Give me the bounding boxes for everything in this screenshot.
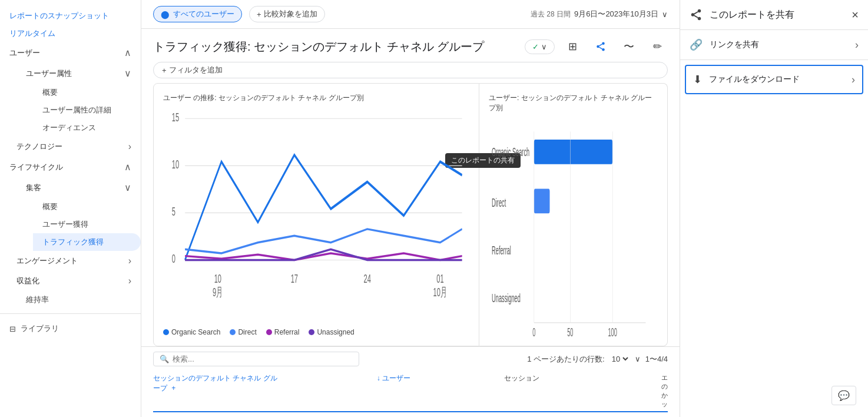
- svg-point-32: [698, 17, 701, 20]
- sidebar-acquisition-group: 集客 ∨ 概要 ユーザー獲得 トラフィック獲得: [0, 177, 141, 251]
- table-col-engagement: エ の か ッ: [539, 373, 668, 409]
- sidebar-monetization-header[interactable]: 収益化 ›: [0, 271, 141, 291]
- legend-dot-organic: [163, 329, 169, 335]
- date-range-text: 9月6日〜2023年10月3日: [574, 9, 658, 19]
- sidebar-item-acquisition-overview[interactable]: 概要: [33, 198, 141, 216]
- trend-icon-button[interactable]: 〜: [618, 36, 640, 57]
- svg-text:17: 17: [291, 272, 298, 286]
- date-range-picker[interactable]: 過去 28 日間 9月6日〜2023年10月3日 ∨: [531, 9, 668, 19]
- plus-filter-icon: +: [162, 66, 167, 75]
- share-panel-icon: [690, 8, 703, 21]
- svg-text:Referral: Referral: [492, 243, 511, 256]
- sidebar-technology-header[interactable]: テクノロジー ›: [0, 137, 141, 157]
- sidebar-acquisition-header[interactable]: 集客 ∨: [16, 177, 141, 198]
- check-icon-button[interactable]: ✓ ∨: [525, 39, 555, 54]
- sidebar-item-user-attr-detail[interactable]: ユーザー属性の詳細: [33, 101, 141, 119]
- search-icon: 🔍: [160, 355, 169, 363]
- svg-point-31: [691, 13, 695, 16]
- left-chart: ユーザー の推移: セッションのデフォルト チャネル グループ別 15 10 5…: [153, 83, 479, 346]
- legend-label-direct: Direct: [238, 328, 256, 336]
- all-users-label: すべてのユーザー: [173, 9, 234, 19]
- sidebar-item-retention[interactable]: 維持率: [16, 291, 141, 309]
- table-icon-button[interactable]: ⊞: [562, 36, 583, 57]
- sidebar-monetization-label: 収益化: [16, 276, 39, 286]
- svg-point-2: [602, 48, 605, 51]
- download-icon: ⬇: [693, 73, 702, 86]
- panel-title: このレポートを共有: [710, 9, 844, 21]
- sidebar-lifecycle-header[interactable]: ライフサイクル ∧: [0, 157, 141, 177]
- bottom-section: 🔍 1 ページあたりの行数: 10 25 50 ∨ 1〜4/4 セッションのデフ…: [141, 346, 680, 417]
- all-users-chip[interactable]: ⬤ すべてのユーザー: [153, 6, 242, 22]
- legend-dot-direct: [230, 329, 236, 335]
- chevron-right-link: ›: [855, 39, 859, 51]
- link-share-item[interactable]: 🔗 リンクを共有 ›: [680, 30, 868, 60]
- legend-label-referral: Referral: [274, 328, 300, 336]
- sidebar-retention: 維持率: [0, 291, 141, 309]
- svg-text:24: 24: [363, 272, 370, 286]
- bar-direct: [534, 189, 550, 214]
- filter-bar: + フィルタを追加 このレポートの共有: [141, 62, 680, 83]
- sidebar: レポートのスナップショット リアルタイム ユーザー ∧ ユーザー属性 ∨ 概要 …: [0, 0, 141, 417]
- sidebar-item-user-acquisition[interactable]: ユーザー獲得: [33, 216, 141, 233]
- left-chart-legend: Organic Search Direct Referral Unassigne…: [163, 328, 469, 336]
- edit-icon-button[interactable]: ✏: [647, 36, 668, 57]
- main-content: ⬤ すべてのユーザー + 比較対象を追加 過去 28 日間 9月6日〜2023年…: [141, 0, 680, 417]
- svg-line-33: [694, 15, 698, 18]
- sidebar-engagement-header[interactable]: エンゲージメント ›: [0, 251, 141, 271]
- chevron-right-download: ›: [852, 74, 855, 86]
- page-header: トラフィック獲得: セッションのデフォルト チャネル グループ ✓ ∨ ⊞ 〜 …: [141, 29, 680, 62]
- svg-text:0: 0: [172, 251, 175, 266]
- svg-line-3: [599, 47, 602, 49]
- sidebar-realtime[interactable]: リアルタイム: [0, 25, 141, 42]
- rows-per-page-label: 1 ページあたりの行数:: [527, 354, 604, 365]
- sidebar-divider: [0, 313, 141, 314]
- sidebar-acquisition-items: 概要 ユーザー獲得 トラフィック獲得: [16, 198, 141, 251]
- chevron-down-rows: ∨: [635, 355, 641, 363]
- feedback-button[interactable]: 💬: [831, 386, 856, 405]
- rows-per-page-select[interactable]: 10 25 50: [609, 354, 630, 364]
- share-icon-button[interactable]: [590, 36, 611, 57]
- feedback-area: 💬: [680, 398, 868, 417]
- add-filter-button[interactable]: + フィルタを追加: [153, 62, 668, 78]
- add-comparison-button[interactable]: + 比較対象を追加: [249, 6, 325, 22]
- table-col-users[interactable]: ↓ ユーザー: [282, 373, 411, 409]
- left-chart-area: 15 10 5 0: [163, 108, 469, 323]
- sidebar-section-user[interactable]: ユーザー ∧: [0, 42, 141, 63]
- right-chart-area: Organic Search Direct Referral Unassigne…: [489, 118, 658, 336]
- legend-unassigned: Unassigned: [309, 328, 354, 336]
- svg-text:9月: 9月: [213, 286, 223, 300]
- legend-dot-unassigned: [309, 329, 314, 335]
- legend-referral: Referral: [266, 328, 300, 336]
- sidebar-item-traffic-acquisition[interactable]: トラフィック獲得: [33, 233, 141, 251]
- download-item[interactable]: ⬇ ファイルをダウンロード ›: [685, 65, 863, 94]
- svg-text:5: 5: [172, 204, 175, 219]
- add-filter-label: フィルタを追加: [169, 65, 223, 75]
- table-col-channel[interactable]: セッションのデフォルト チャネル グループ +: [153, 373, 282, 409]
- sidebar-lifecycle-label: ライフサイクル: [9, 162, 63, 173]
- left-chart-title: ユーザー の推移: セッションのデフォルト チャネル グループ別: [163, 93, 469, 103]
- share-icon: [595, 41, 606, 52]
- svg-text:0: 0: [532, 325, 535, 336]
- search-box[interactable]: 🔍: [153, 352, 359, 366]
- sidebar-user-label: ユーザー: [9, 48, 40, 58]
- sidebar-user-attr-header[interactable]: ユーザー属性 ∨: [16, 63, 141, 84]
- sidebar-library-label: ライブラリ: [21, 323, 59, 334]
- download-label: ファイルをダウンロード: [709, 74, 844, 85]
- svg-text:10月: 10月: [433, 286, 448, 300]
- bar-chart-svg: Organic Search Direct Referral Unassigne…: [489, 118, 658, 336]
- search-input[interactable]: [173, 355, 353, 363]
- legend-organic-search: Organic Search: [163, 328, 220, 336]
- plus-col-icon[interactable]: +: [171, 384, 175, 392]
- table-header: セッションのデフォルト チャネル グループ + ↓ ユーザー セッション エ の…: [153, 371, 668, 412]
- chevron-up-icon: ∧: [124, 47, 131, 58]
- sidebar-library[interactable]: ⊟ ライブラリ: [0, 319, 141, 339]
- close-panel-button[interactable]: ×: [852, 9, 859, 21]
- sidebar-item-overview[interactable]: 概要: [33, 84, 141, 101]
- svg-text:15: 15: [172, 110, 179, 124]
- charts-row: ユーザー の推移: セッションのデフォルト チャネル グループ別 15 10 5…: [141, 83, 680, 346]
- topbar: ⬤ すべてのユーザー + 比較対象を追加 過去 28 日間 9月6日〜2023年…: [141, 0, 680, 29]
- sidebar-item-audience[interactable]: オーディエンス: [33, 119, 141, 137]
- sidebar-snapshot[interactable]: レポートのスナップショット: [0, 7, 141, 25]
- add-comparison-label: 比較対象を追加: [264, 9, 317, 19]
- plus-icon: +: [257, 10, 261, 19]
